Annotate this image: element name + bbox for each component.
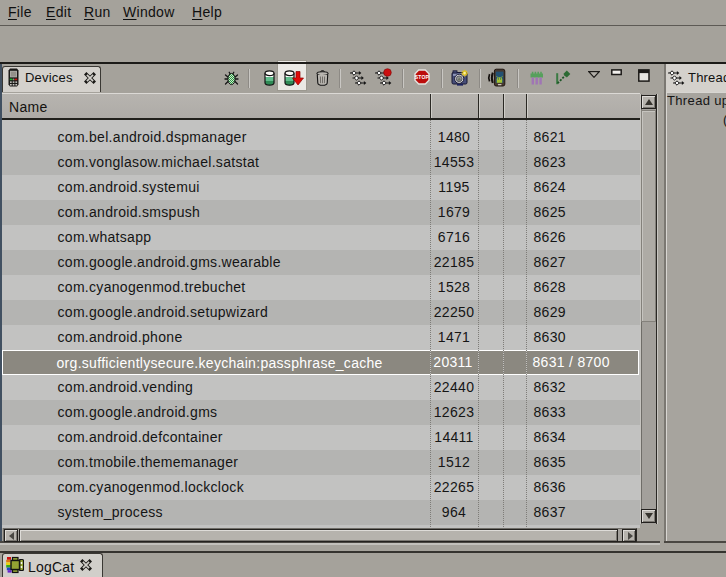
svg-text:STOP: STOP [415, 74, 430, 80]
